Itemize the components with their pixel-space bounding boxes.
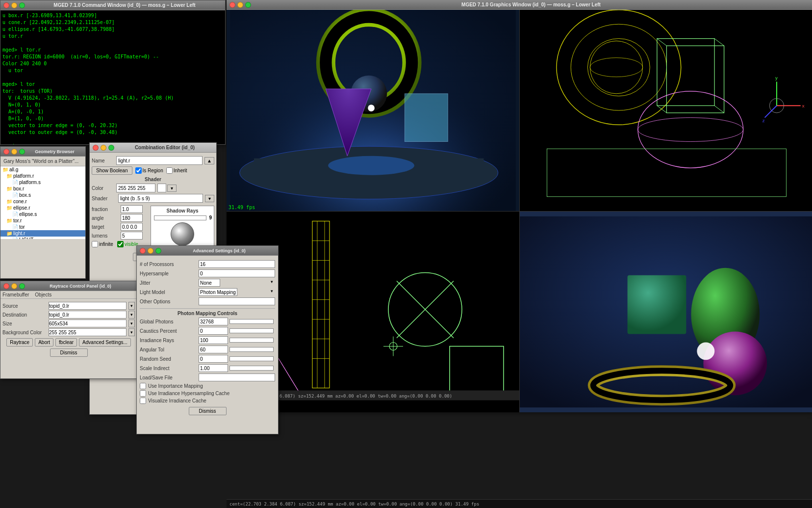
global-photons-input[interactable] (199, 318, 228, 325)
dismiss-row-rt: Dismiss (2, 348, 135, 357)
close-dot[interactable] (3, 2, 9, 8)
hypersample-input[interactable] (199, 269, 275, 277)
color-swatch[interactable] (157, 184, 166, 192)
tree-item-light[interactable]: 📄 LIGHT (0, 237, 85, 239)
rt-maximize-dot[interactable] (19, 283, 25, 289)
dest-input[interactable] (49, 311, 127, 319)
menu-framebuffer[interactable]: Framebuffer (2, 292, 29, 297)
sphere-preview-container (153, 222, 212, 246)
irradiance-cache-checkbox[interactable] (140, 390, 146, 397)
fbclear-button[interactable]: fbclear (55, 338, 77, 347)
gfx-maximize-dot[interactable] (245, 2, 251, 8)
tree-item-tor[interactable]: 📄 tor (0, 224, 85, 230)
global-photons-slider[interactable] (229, 319, 274, 324)
size-input[interactable] (49, 320, 127, 327)
cmd-line-5 (2, 40, 223, 47)
adv-maximize-dot[interactable] (155, 248, 161, 254)
scale-indirect-slider[interactable] (229, 366, 274, 371)
adv-window-dots (140, 248, 161, 254)
geo-minimize-dot[interactable] (11, 149, 17, 155)
tree-item-box-s[interactable]: 📄 box.s (0, 192, 85, 198)
tree-item-tor-r[interactable]: 📁 tor.r (0, 217, 85, 224)
rt-window-dots (3, 283, 25, 289)
color-menu-button[interactable]: ▾ (167, 185, 177, 192)
scale-indirect-input[interactable] (199, 364, 228, 372)
minimize-dot[interactable] (11, 2, 17, 8)
gfx-minimize-dot[interactable] (237, 2, 243, 8)
angular-tol-input[interactable] (199, 346, 228, 353)
tree-item-platform-s[interactable]: 📄 platform.s (0, 179, 85, 186)
target-input[interactable] (121, 223, 143, 231)
irradiance-rays-input[interactable] (199, 336, 228, 344)
adv-settings-button[interactable]: Advanced Settings... (79, 338, 131, 347)
other-options-input[interactable] (199, 297, 275, 305)
raytrace-button[interactable]: Raytrace (6, 338, 33, 347)
geo-maximize-dot[interactable] (19, 149, 25, 155)
random-seed-slider[interactable] (229, 356, 274, 361)
bg-menu-btn[interactable]: ▾ (128, 328, 135, 336)
show-boolean-button[interactable]: Show Boolean (92, 166, 132, 175)
is-region-checkbox[interactable] (135, 167, 142, 174)
tree-item-all[interactable]: 📁 all.g (0, 166, 85, 173)
tree-item-cone-r[interactable]: 📁 cone.r (0, 198, 85, 205)
load-save-input[interactable] (199, 374, 275, 381)
viewport-wireframe-top[interactable]: x y z (519, 10, 812, 211)
color-row: Color ▾ (92, 184, 214, 192)
angular-tol-slider[interactable] (229, 347, 274, 352)
gfx-close-dot[interactable] (229, 2, 235, 8)
rt-close-dot[interactable] (3, 283, 9, 289)
gfx-window-title: MGED 7.1.0 Graphics Window (id_0) — moss… (253, 2, 809, 7)
fraction-input[interactable] (121, 205, 143, 213)
color-input[interactable] (116, 184, 155, 192)
size-menu-btn[interactable]: ▾ (128, 320, 135, 327)
inherit-checkbox[interactable] (166, 167, 173, 174)
caustics-input[interactable] (199, 327, 228, 335)
importance-mapping-checkbox[interactable] (140, 383, 146, 389)
geo-close-dot[interactable] (3, 149, 9, 155)
viewport-rendered-small[interactable] (519, 211, 812, 412)
viewport-rendered[interactable]: 31.49 fps (227, 10, 519, 211)
tree-item-light-r[interactable]: 📁 light.r (0, 230, 85, 237)
adv-minimize-dot[interactable] (148, 248, 153, 254)
shader-menu-button[interactable]: ▾ (205, 195, 214, 202)
caustics-slider[interactable] (229, 328, 274, 333)
tree-item-ellipse-r[interactable]: 📁 ellipse.r (0, 205, 85, 211)
cmd-body[interactable]: u box.r [-23.6989,13.41,8.02399] u cone.… (0, 10, 225, 144)
maximize-dot[interactable] (19, 2, 25, 8)
combo-close-dot[interactable] (93, 145, 99, 151)
infinite-checkbox[interactable] (92, 241, 98, 247)
light-model-select[interactable]: Photon Mapping Classic (199, 288, 237, 296)
jitter-select[interactable]: None Random Fixed (199, 279, 220, 287)
adv-dismiss-button[interactable]: Dismiss (189, 407, 227, 415)
angle-input[interactable] (121, 214, 143, 222)
processors-input[interactable] (199, 260, 275, 268)
svg-text:y: y (775, 75, 778, 80)
combo-minimize-dot[interactable] (101, 145, 106, 151)
abort-button[interactable]: Abort (35, 338, 53, 347)
geo-browser-title: Geometry Browser (27, 149, 82, 154)
shadow-slider[interactable] (154, 215, 206, 220)
dest-menu-btn[interactable]: ▾ (128, 311, 135, 319)
bg-color-input[interactable] (49, 328, 127, 336)
rt-panel-title: Raytrace Control Panel (id_0) (27, 284, 134, 289)
tree-item-ellipse-s[interactable]: 📄 ellipse.s (0, 211, 85, 217)
shader-input[interactable] (118, 194, 203, 203)
geo-window-dots (3, 149, 25, 155)
irradiance-slider[interactable] (229, 338, 274, 343)
source-menu-btn[interactable]: ▾ (128, 302, 135, 310)
tree-item-box-r[interactable]: 📁 box.r (0, 186, 85, 192)
combo-maximize-dot[interactable] (108, 145, 114, 151)
lumens-input[interactable] (121, 232, 143, 240)
collapse-button[interactable]: ▲ (204, 157, 214, 164)
adv-close-dot[interactable] (140, 248, 146, 254)
dismiss-button-rt[interactable]: Dismiss (50, 348, 88, 357)
menu-objects[interactable]: Objects (35, 292, 51, 297)
name-input[interactable] (116, 156, 203, 165)
rt-minimize-dot[interactable] (11, 283, 17, 289)
random-seed-input[interactable] (199, 355, 228, 363)
source-input[interactable] (49, 302, 127, 310)
visible-checkbox[interactable] (117, 241, 124, 247)
visualize-irradiance-checkbox[interactable] (140, 398, 146, 404)
tree-item-platform-r[interactable]: 📁 platform.r (0, 173, 85, 179)
scene-svg (227, 10, 519, 211)
